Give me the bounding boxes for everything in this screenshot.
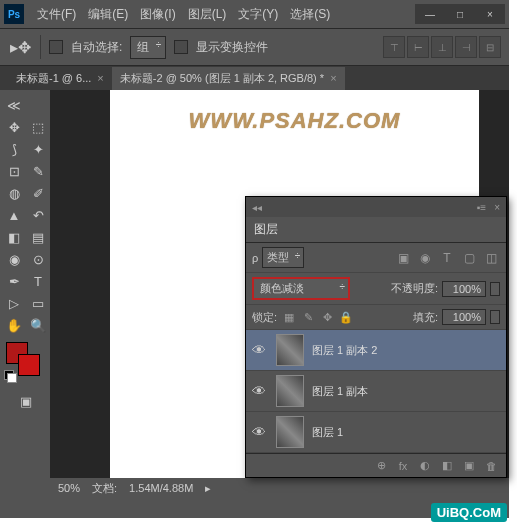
wand-tool[interactable]: ✦ bbox=[26, 138, 50, 160]
align-left-button[interactable]: ⊣ bbox=[455, 36, 477, 58]
show-transform-checkbox[interactable] bbox=[174, 40, 188, 54]
watermark-main: WWW.PSAHZ.COM bbox=[189, 108, 401, 134]
fill-value[interactable]: 100% bbox=[442, 309, 486, 325]
layer-thumbnail[interactable] bbox=[276, 334, 304, 366]
tab-close-icon[interactable]: × bbox=[330, 72, 336, 84]
visibility-icon[interactable]: 👁 bbox=[252, 342, 268, 358]
opacity-label: 不透明度: bbox=[391, 281, 438, 296]
path-tool[interactable]: ▷ bbox=[2, 292, 26, 314]
lock-transparent-icon[interactable]: ▦ bbox=[281, 310, 297, 324]
layer-row[interactable]: 👁 图层 1 bbox=[246, 412, 506, 453]
adjustment-icon[interactable]: ◧ bbox=[438, 458, 456, 474]
panel-close-icon[interactable]: × bbox=[494, 202, 500, 213]
document-tab-1[interactable]: 未标题-1 @ 6... × bbox=[8, 67, 112, 90]
filter-shape-icon[interactable]: ▢ bbox=[460, 250, 478, 266]
zoom-tool[interactable]: 🔍 bbox=[26, 314, 50, 336]
link-icon[interactable]: ⊕ bbox=[372, 458, 390, 474]
new-layer-icon[interactable]: ▣ bbox=[460, 458, 478, 474]
lock-paint-icon[interactable]: ✎ bbox=[300, 310, 316, 324]
maximize-button[interactable]: □ bbox=[445, 4, 475, 24]
tab-close-icon[interactable]: × bbox=[97, 72, 103, 84]
align-middle-button[interactable]: ⊢ bbox=[407, 36, 429, 58]
menu-file[interactable]: 文件(F) bbox=[32, 4, 81, 25]
menu-bar: 文件(F) 编辑(E) 图像(I) 图层(L) 文字(Y) 选择(S) bbox=[32, 4, 415, 25]
layer-list: 👁 图层 1 副本 2 👁 图层 1 副本 👁 图层 1 bbox=[246, 330, 506, 453]
lasso-tool[interactable]: ⟆ bbox=[2, 138, 26, 160]
fx-icon[interactable]: fx bbox=[394, 458, 412, 474]
gradient-tool[interactable]: ▤ bbox=[26, 226, 50, 248]
menu-layer[interactable]: 图层(L) bbox=[183, 4, 232, 25]
zoom-status[interactable]: 50% bbox=[58, 482, 80, 494]
toolbox: ≪ ✥ ⬚ ⟆ ✦ ⊡ ✎ ◍ ✐ ▲ ↶ ◧ ▤ ◉ ⊙ ✒ T ▷ ▭ ✋ … bbox=[0, 90, 50, 498]
eyedropper-tool[interactable]: ✎ bbox=[26, 160, 50, 182]
panel-menu-icon[interactable]: ▪≡ bbox=[477, 202, 486, 213]
visibility-icon[interactable]: 👁 bbox=[252, 383, 268, 399]
blur-tool[interactable]: ◉ bbox=[2, 248, 26, 270]
type-tool[interactable]: T bbox=[26, 270, 50, 292]
close-button[interactable]: × bbox=[475, 4, 505, 24]
filter-smart-icon[interactable]: ◫ bbox=[482, 250, 500, 266]
auto-select-dropdown[interactable]: 组 bbox=[130, 36, 166, 59]
history-brush-tool[interactable]: ↶ bbox=[26, 204, 50, 226]
layers-tab[interactable]: 图层 bbox=[246, 217, 506, 243]
titlebar: Ps 文件(F) 编辑(E) 图像(I) 图层(L) 文字(Y) 选择(S) —… bbox=[0, 0, 509, 28]
healing-tool[interactable]: ◍ bbox=[2, 182, 26, 204]
lock-position-icon[interactable]: ✥ bbox=[319, 310, 335, 324]
filter-search-icon[interactable]: ρ bbox=[252, 252, 258, 264]
lock-label: 锁定: bbox=[252, 310, 277, 325]
filter-adjust-icon[interactable]: ◉ bbox=[416, 250, 434, 266]
menu-select[interactable]: 选择(S) bbox=[285, 4, 335, 25]
statusbar-arrow-icon[interactable]: ▸ bbox=[205, 482, 211, 495]
opacity-slider-icon[interactable] bbox=[490, 282, 500, 296]
align-center-button[interactable]: ⊟ bbox=[479, 36, 501, 58]
menu-text[interactable]: 文字(Y) bbox=[233, 4, 283, 25]
move-tool[interactable]: ✥ bbox=[2, 116, 26, 138]
layer-name[interactable]: 图层 1 bbox=[312, 425, 343, 440]
filter-type-dropdown[interactable]: 类型 bbox=[262, 247, 304, 268]
filter-text-icon[interactable]: T bbox=[438, 250, 456, 266]
dodge-tool[interactable]: ⊙ bbox=[26, 248, 50, 270]
tab-label: 未标题-2 @ 50% (图层 1 副本 2, RGB/8) * bbox=[120, 71, 324, 86]
collapse-icon[interactable]: ≪ bbox=[2, 94, 26, 116]
eraser-tool[interactable]: ◧ bbox=[2, 226, 26, 248]
layer-name[interactable]: 图层 1 副本 bbox=[312, 384, 368, 399]
layer-thumbnail[interactable] bbox=[276, 375, 304, 407]
ps-logo: Ps bbox=[4, 4, 24, 24]
delete-icon[interactable]: 🗑 bbox=[482, 458, 500, 474]
document-tab-2[interactable]: 未标题-2 @ 50% (图层 1 副本 2, RGB/8) * × bbox=[112, 67, 345, 90]
background-color[interactable] bbox=[18, 354, 40, 376]
brush-tool[interactable]: ✐ bbox=[26, 182, 50, 204]
align-top-button[interactable]: ⊤ bbox=[383, 36, 405, 58]
mask-icon[interactable]: ◐ bbox=[416, 458, 434, 474]
marquee-tool[interactable]: ⬚ bbox=[26, 116, 50, 138]
menu-image[interactable]: 图像(I) bbox=[135, 4, 180, 25]
filter-pixel-icon[interactable]: ▣ bbox=[394, 250, 412, 266]
fill-slider-icon[interactable] bbox=[490, 310, 500, 324]
menu-edit[interactable]: 编辑(E) bbox=[83, 4, 133, 25]
fill-label: 填充: bbox=[413, 310, 438, 325]
layer-thumbnail[interactable] bbox=[276, 416, 304, 448]
layer-name[interactable]: 图层 1 副本 2 bbox=[312, 343, 377, 358]
blend-mode-dropdown[interactable]: 颜色减淡 bbox=[252, 277, 350, 300]
status-bar: 50% 文档: 1.54M/4.88M ▸ bbox=[50, 478, 509, 498]
color-swatches[interactable] bbox=[2, 336, 50, 384]
lock-all-icon[interactable]: 🔒 bbox=[338, 310, 354, 324]
pen-tool[interactable]: ✒ bbox=[2, 270, 26, 292]
stamp-tool[interactable]: ▲ bbox=[2, 204, 26, 226]
hand-tool[interactable]: ✋ bbox=[2, 314, 26, 336]
align-bottom-button[interactable]: ⊥ bbox=[431, 36, 453, 58]
doc-size: 1.54M/4.88M bbox=[129, 482, 193, 494]
quickmask-tool[interactable]: ▣ bbox=[14, 390, 38, 412]
auto-select-checkbox[interactable] bbox=[49, 40, 63, 54]
layer-row[interactable]: 👁 图层 1 副本 bbox=[246, 371, 506, 412]
opacity-value[interactable]: 100% bbox=[442, 281, 486, 297]
shape-tool[interactable]: ▭ bbox=[26, 292, 50, 314]
panel-collapse-icon[interactable]: ◂◂ bbox=[252, 202, 262, 213]
layer-row[interactable]: 👁 图层 1 副本 2 bbox=[246, 330, 506, 371]
crop-tool[interactable]: ⊡ bbox=[2, 160, 26, 182]
minimize-button[interactable]: — bbox=[415, 4, 445, 24]
move-tool-icon: ▸✥ bbox=[8, 36, 32, 58]
default-colors-icon[interactable] bbox=[4, 370, 16, 382]
visibility-icon[interactable]: 👁 bbox=[252, 424, 268, 440]
layers-footer: ⊕ fx ◐ ◧ ▣ 🗑 bbox=[246, 453, 506, 477]
